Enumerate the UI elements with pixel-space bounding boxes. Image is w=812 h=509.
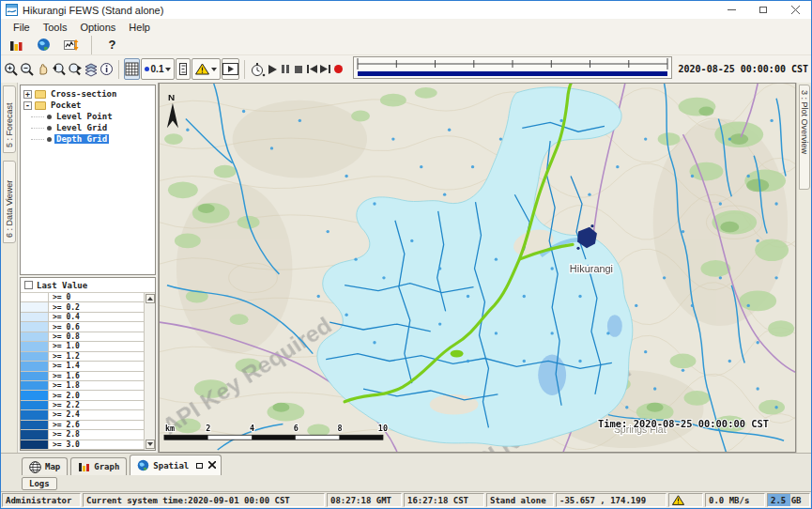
class-interval-dropdown[interactable]: 0.1 [141,58,176,80]
tree-item-depth-grid[interactable]: Depth Grid [21,133,155,145]
expand-icon[interactable]: + [23,90,32,99]
scroll-up-icon[interactable] [146,294,155,303]
legend-row[interactable]: >= 2.8 [21,430,144,440]
wireframe-globe-icon [29,461,41,473]
blue-globe-icon [137,459,149,471]
status-memory[interactable]: 2.5 GB [767,493,810,507]
legend-row-label: >= 1.0 [49,342,80,350]
menu-options[interactable]: Options [73,22,122,33]
data-viewer-panel: + Cross-section - Pocket Level Point [18,83,159,453]
tab-maximize-icon[interactable] [196,463,203,469]
profile-chart-icon[interactable] [60,34,82,55]
menu-bar: File Tools Options Help [1,19,811,35]
pan-hand-button[interactable] [36,58,51,80]
legend-row[interactable]: >= 1.2 [21,352,144,362]
tab-spatial[interactable]: Spatial [130,455,222,475]
tab-map[interactable]: Map [22,457,68,475]
tab-data-viewer[interactable]: 6 : Data Viewer [3,161,16,243]
legend-row[interactable]: >= 1.0 [21,342,144,351]
minimize-button[interactable] [715,1,747,19]
menu-file[interactable]: File [7,22,37,33]
zoom-previous-button[interactable] [52,58,67,80]
tab-logs[interactable]: Logs [22,477,57,490]
legend-row[interactable]: >= 2.2 [21,401,144,410]
longitudinal-profile-button[interactable] [176,58,191,80]
svg-text:2: 2 [206,424,210,433]
legend-row[interactable]: >= 1.4 [21,362,144,371]
grid-display-button[interactable] [124,58,140,80]
timer-button[interactable] [250,58,266,80]
legend-row[interactable]: >= 2.0 [21,391,144,400]
stop-button[interactable] [293,58,305,80]
collapse-icon[interactable]: - [23,101,32,110]
map-toolbar: 0.1 [1,54,811,83]
tree-item-cross-section[interactable]: + Cross-section [21,88,155,100]
info-button[interactable] [100,58,114,80]
globe-map-icon[interactable] [33,34,54,55]
animation-display-button[interactable] [222,58,239,80]
legend-row[interactable]: >= 0.2 [21,302,144,312]
folder-icon [35,101,46,110]
legend-row-label: >= 2.4 [49,410,80,419]
tab-graph[interactable]: Graph [70,457,127,475]
legend-row-label: >= 2.8 [49,430,80,439]
menu-help[interactable]: Help [122,22,157,33]
close-button[interactable] [779,1,811,19]
app-logo-icon [6,4,18,16]
layers-button[interactable] [84,58,99,80]
zoom-next-button[interactable] [68,58,83,80]
legend-row[interactable]: >= 2.4 [21,410,144,420]
tab-close-icon[interactable] [208,459,216,471]
title-bar: Hikurangi FEWS (Stand alone) [1,1,811,19]
zoom-in-button[interactable] [4,58,19,80]
zoom-out-button[interactable] [20,58,35,80]
tab-forecast[interactable]: 5 : Forecast [3,85,16,153]
legend-swatch [21,421,49,429]
skip-to-start-button[interactable] [306,58,318,80]
scroll-down-icon[interactable] [146,440,155,449]
record-button[interactable] [332,58,345,80]
right-tab-strip: 3 : Plot Overview [796,83,811,453]
bullet-icon [47,137,52,142]
svg-text:8: 8 [338,424,343,433]
legend-scrollbar[interactable] [144,293,155,450]
warning-dropdown[interactable] [192,58,221,80]
legend-row[interactable]: >= 0.4 [21,313,144,322]
spatial-map[interactable]: API Key Required API Key Required [159,83,796,453]
pause-button[interactable] [280,58,292,80]
legend-row[interactable]: >= 3.0 [21,440,144,450]
legend-row-label: >= 2.6 [49,421,80,429]
explorer-icon[interactable] [6,34,27,55]
status-gmt-time: 08:27:18 GMT [327,493,402,507]
play-button[interactable] [267,58,279,80]
scroll-track[interactable] [146,303,155,440]
tree-line [31,116,44,117]
legend-row[interactable]: >= 0.8 [21,332,144,342]
tree-item-level-grid[interactable]: Level Grid [21,122,155,133]
legend-row[interactable]: >= 0.6 [21,322,144,332]
bullet-icon [47,115,52,119]
legend-swatch [21,332,49,341]
legend-row[interactable]: >= 1.8 [21,381,144,391]
left-tab-strip: 5 : Forecast 6 : Data Viewer [1,83,18,453]
menu-tools[interactable]: Tools [37,22,74,33]
interval-dot-icon [145,67,149,71]
legend-row[interactable]: >= 1.6 [21,372,144,381]
last-value-checkbox[interactable] [24,281,33,289]
status-warning-cell[interactable] [668,493,703,507]
warning-icon [195,63,209,75]
help-button[interactable]: ? [101,34,123,55]
legend-swatch [21,381,49,390]
legend-row-label: >= 1.4 [49,362,80,370]
legend-row-label: >= 0.2 [49,302,80,311]
legend-row-label: >= 0.6 [49,322,80,331]
legend-row[interactable]: >= 2.6 [21,421,144,430]
legend-row[interactable]: >= 0 [21,293,144,302]
maximize-button[interactable] [747,1,779,19]
legend-swatch [21,430,49,439]
timeline-slider[interactable] [353,56,672,83]
tab-plot-overview[interactable]: 3 : Plot Overview [799,85,810,190]
tree-item-pocket[interactable]: - Pocket [21,100,155,111]
tree-item-level-point[interactable]: Level Point [21,111,155,122]
skip-to-end-button[interactable] [319,58,331,80]
